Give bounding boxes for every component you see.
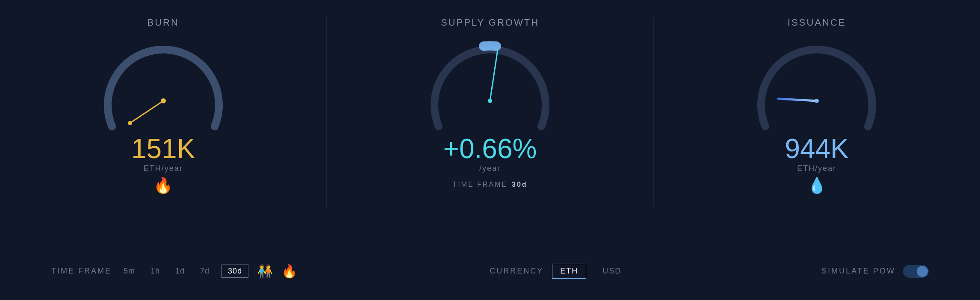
timeframe-1d[interactable]: 1d [172, 265, 188, 277]
issuance-title: ISSUANCE [788, 17, 846, 28]
supply-growth-gauge [426, 37, 554, 131]
issuance-value: 944K [785, 135, 849, 162]
svg-point-1 [161, 98, 166, 103]
fire-emoji-icon[interactable]: 🔥 [281, 264, 297, 279]
burn-panel: BURN 151K ETH/year [0, 17, 326, 194]
timeframe-30d[interactable]: 30d [221, 265, 248, 278]
issuance-unit: ETH/year [797, 164, 836, 173]
supply-growth-panel: SUPPLY GROWTH +0.66% /year [327, 17, 653, 188]
svg-line-3 [490, 50, 498, 101]
burn-icon: 🔥 [153, 176, 173, 194]
issuance-panel: ISSUANCE [654, 17, 980, 194]
timeframe-5m[interactable]: 5m [120, 265, 139, 277]
supply-growth-unit: /year [479, 164, 501, 173]
currency-eth-button[interactable]: ETH [552, 264, 586, 279]
burn-unit: ETH/year [144, 164, 183, 173]
svg-line-5 [778, 99, 817, 101]
simulate-pow-toggle[interactable] [903, 265, 929, 278]
issuance-gauge [753, 37, 881, 131]
currency-usd-button[interactable]: USD [595, 264, 629, 278]
timeframe-label: TIME FRAME [51, 267, 112, 276]
merge-emoji-icon[interactable]: 🧑‍🤝‍🧑 [257, 264, 273, 279]
supply-growth-timeframe-label: TIME FRAME [452, 181, 508, 188]
svg-line-0 [131, 101, 163, 122]
currency-controls: CURRENCY ETH USD [490, 264, 629, 279]
svg-point-2 [128, 121, 132, 125]
timeframe-controls: TIME FRAME 5m 1h 1d 7d 30d 🧑‍🤝‍🧑 🔥 [51, 264, 297, 279]
timeframe-7d[interactable]: 7d [197, 265, 213, 277]
burn-value: 151K [131, 135, 195, 162]
timeframe-1h[interactable]: 1h [147, 265, 163, 277]
issuance-icon: 💧 [807, 176, 827, 194]
supply-growth-timeframe-value: 30d [512, 181, 528, 188]
burn-gauge [99, 37, 227, 131]
currency-label: CURRENCY [490, 267, 543, 276]
supply-growth-value: +0.66% [443, 135, 537, 162]
supply-growth-timeframe: TIME FRAME 30d [452, 181, 527, 188]
svg-point-6 [815, 99, 819, 103]
burn-title: BURN [147, 17, 179, 28]
simulate-pow-label: SIMULATE PoW [821, 267, 895, 276]
svg-point-4 [488, 99, 492, 103]
supply-growth-title: SUPPLY GROWTH [441, 17, 539, 28]
simulate-pow-container: SIMULATE PoW [821, 265, 929, 278]
